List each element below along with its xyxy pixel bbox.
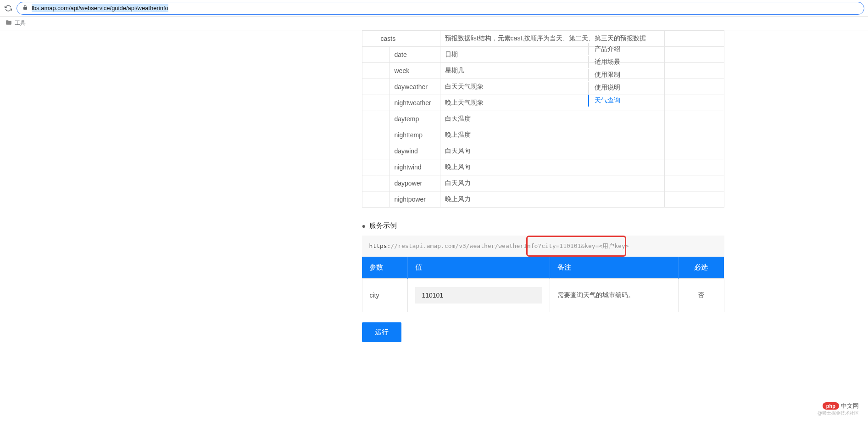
empty-cell <box>664 63 724 79</box>
indent-cell-2 <box>376 79 389 95</box>
param-name-cell: city <box>362 279 408 312</box>
th-note: 备注 <box>550 257 678 279</box>
indent-cell-2 <box>376 191 389 208</box>
field-desc-cell: 白天天气现象 <box>440 79 664 95</box>
indent-cell <box>362 191 376 208</box>
indent-cell-2 <box>376 143 389 159</box>
url-address-bar[interactable]: lbs.amap.com/api/webservice/guide/api/we… <box>17 2 864 15</box>
nav-item-2[interactable]: 使用限制 <box>588 69 625 81</box>
field-name-cell: date <box>389 47 440 63</box>
field-desc-cell: 晚上天气现象 <box>440 95 664 111</box>
field-desc-cell: 晚上风向 <box>440 159 664 175</box>
api-row: nightweather晚上天气现象 <box>362 95 724 111</box>
service-url-code-block[interactable]: https://restapi.amap.com/v3/weather/weat… <box>362 236 724 257</box>
field-desc-cell: 晚上温度 <box>440 127 664 143</box>
empty-cell <box>664 79 724 95</box>
city-value-input[interactable] <box>415 287 542 304</box>
right-side-nav: 产品介绍适用场景使用限制使用说明天气查询 <box>588 43 625 107</box>
field-desc-cell: 白天温度 <box>440 111 664 127</box>
indent-cell <box>362 143 376 159</box>
api-row: casts预报数据list结构，元素cast,按顺序为当天、第二天、第三天的预报… <box>362 31 724 47</box>
indent-cell <box>362 31 376 47</box>
run-button[interactable]: 运行 <box>362 322 401 342</box>
indent-cell-2 <box>376 127 389 143</box>
nav-item-4[interactable]: 天气查询 <box>588 95 625 107</box>
th-param: 参数 <box>362 257 408 279</box>
indent-cell-2 <box>376 47 389 63</box>
indent-cell <box>362 63 376 79</box>
field-desc-cell: 日期 <box>440 47 664 63</box>
field-name-cell: nightpower <box>389 191 440 208</box>
url-text: lbs.amap.com/api/webservice/guide/api/we… <box>32 4 168 12</box>
field-desc-cell: 预报数据list结构，元素cast,按顺序为当天、第二天、第三天的预报数据 <box>440 31 664 47</box>
api-row: nightpower晚上风力 <box>362 191 724 208</box>
param-note-cell: 需要查询天气的城市编码。 <box>550 279 678 312</box>
api-row: daywind白天风向 <box>362 143 724 159</box>
refresh-button[interactable] <box>4 4 13 13</box>
indent-cell <box>362 111 376 127</box>
indent-cell <box>362 127 376 143</box>
indent-cell-2 <box>376 175 389 191</box>
empty-cell <box>664 47 724 63</box>
api-row: dayweather白天天气现象 <box>362 79 724 95</box>
empty-cell <box>664 143 724 159</box>
url-scheme: https: <box>369 242 391 249</box>
api-row: nightwind晚上风向 <box>362 159 724 175</box>
field-name-cell: nightwind <box>389 159 440 175</box>
empty-cell <box>664 159 724 175</box>
main-content: casts预报数据list结构，元素cast,按顺序为当天、第二天、第三天的预报… <box>362 30 724 342</box>
api-row: daytemp白天温度 <box>362 111 724 127</box>
indent-cell-2 <box>376 95 389 111</box>
empty-cell <box>664 191 724 208</box>
field-name-cell: dayweather <box>389 79 440 95</box>
field-name-cell: nightweather <box>389 95 440 111</box>
field-name-cell: daytemp <box>389 111 440 127</box>
empty-cell <box>664 95 724 111</box>
empty-cell <box>664 31 724 47</box>
bookmark-bar: 工具 <box>0 17 868 30</box>
bookmark-folder-tools[interactable]: 工具 <box>15 19 26 27</box>
field-desc-cell: 星期几 <box>440 63 664 79</box>
bullet-icon: ● <box>362 222 366 230</box>
field-name-cell: daywind <box>389 143 440 159</box>
empty-cell <box>664 127 724 143</box>
field-desc-cell: 白天风力 <box>440 175 664 191</box>
api-row: date日期 <box>362 47 724 63</box>
service-example-title: 服务示例 <box>369 221 397 230</box>
api-response-table: casts预报数据list结构，元素cast,按顺序为当天、第二天、第三天的预报… <box>362 30 724 208</box>
request-params-table: 参数 值 备注 必选 city 需要查询天气的城市编码。 否 <box>362 257 724 312</box>
api-row: nighttemp晚上温度 <box>362 127 724 143</box>
param-row-city: city 需要查询天气的城市编码。 否 <box>362 279 724 312</box>
indent-cell <box>362 159 376 175</box>
indent-cell <box>362 175 376 191</box>
url-rest: //restapi.amap.com/v3/weather/weatherInf… <box>390 242 629 249</box>
indent-cell <box>362 95 376 111</box>
nav-item-1[interactable]: 适用场景 <box>588 56 625 68</box>
th-required: 必选 <box>678 257 724 279</box>
indent-cell-2 <box>376 111 389 127</box>
param-required-cell: 否 <box>678 279 724 312</box>
browser-navigation-bar: lbs.amap.com/api/webservice/guide/api/we… <box>0 0 868 17</box>
lock-icon <box>22 5 28 11</box>
indent-cell-2 <box>376 159 389 175</box>
api-row: week星期几 <box>362 63 724 79</box>
nav-item-3[interactable]: 使用说明 <box>588 82 625 94</box>
empty-cell <box>664 111 724 127</box>
th-value: 值 <box>408 257 550 279</box>
folder-icon <box>6 19 12 27</box>
indent-cell-2 <box>376 63 389 79</box>
service-example-heading: ● 服务示例 <box>362 221 724 230</box>
field-name-cell: nighttemp <box>389 127 440 143</box>
field-name-cell: casts <box>376 31 440 47</box>
indent-cell <box>362 79 376 95</box>
field-name-cell: daypower <box>389 175 440 191</box>
field-desc-cell: 白天风向 <box>440 143 664 159</box>
field-desc-cell: 晚上风力 <box>440 191 664 208</box>
api-row: daypower白天风力 <box>362 175 724 191</box>
empty-cell <box>664 175 724 191</box>
indent-cell <box>362 47 376 63</box>
field-name-cell: week <box>389 63 440 79</box>
nav-item-0[interactable]: 产品介绍 <box>588 43 625 55</box>
